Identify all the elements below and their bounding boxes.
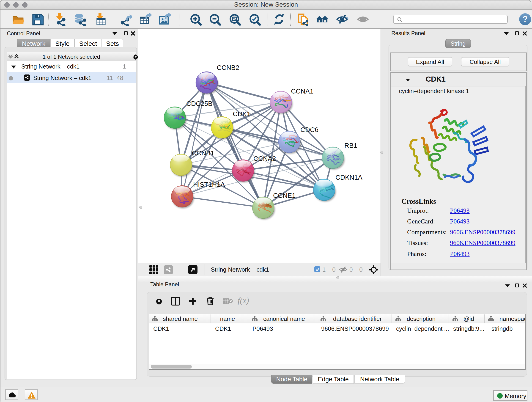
- svg-text:CDKN1A: CDKN1A: [336, 174, 362, 181]
- svg-text:CDK1: CDK1: [233, 110, 250, 118]
- svg-text:RB1: RB1: [344, 142, 357, 149]
- svg-text:CDC25B: CDC25B: [186, 100, 212, 107]
- svg-text:CCNA2: CCNA2: [253, 155, 276, 162]
- svg-text:HIST1H1A: HIST1H1A: [193, 181, 225, 188]
- svg-text:CCNB2: CCNB2: [217, 64, 239, 71]
- svg-text:CDC6: CDC6: [300, 126, 318, 133]
- svg-text:CCNA1: CCNA1: [291, 88, 313, 95]
- svg-text:CCNE1: CCNE1: [273, 192, 296, 199]
- svg-text:CCNB1: CCNB1: [192, 149, 214, 157]
